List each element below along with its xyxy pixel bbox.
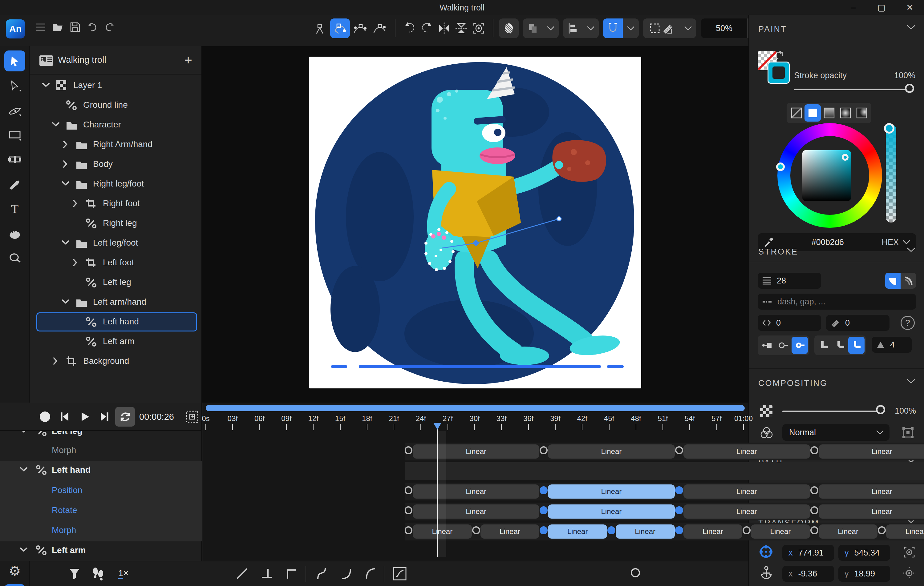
layer-tree-item-right-foot[interactable]: Right foot	[30, 194, 202, 214]
playhead-handle[interactable]	[433, 422, 442, 430]
save-icon[interactable]	[66, 18, 84, 36]
reset-pivot-icon[interactable]	[903, 566, 916, 580]
track-left-leg-morph-keyframe-3[interactable]	[810, 446, 818, 454]
dash-placeholder[interactable]: dash, gap, ...	[777, 297, 825, 306]
layer-tree-item-left-arm-hand[interactable]: Left arm/hand	[30, 292, 202, 312]
timeline-row-label-position[interactable]: Position	[52, 486, 82, 495]
alpha-handle[interactable]	[884, 123, 894, 133]
ease-hold-end-icon[interactable]	[257, 565, 276, 583]
track-left-hand-morph-tween-7[interactable]: Linear	[886, 524, 924, 538]
redo-icon[interactable]	[101, 18, 118, 36]
center-view-icon[interactable]	[470, 20, 487, 37]
stroke-offset-field[interactable]: 0	[758, 315, 821, 331]
compositing-opacity-slider[interactable]	[782, 411, 881, 412]
track-left-leg-morph-tween-0[interactable]: Linear	[413, 444, 539, 459]
anchor-y-field[interactable]: y 18.99	[838, 566, 890, 582]
playhead-line[interactable]	[437, 423, 438, 557]
skip-start-button[interactable]	[55, 407, 74, 426]
marquee-ruler-button[interactable]	[643, 18, 680, 38]
snap-magnet-button[interactable]	[603, 18, 623, 38]
filter-icon[interactable]	[65, 565, 84, 583]
align-chevron-icon[interactable]	[583, 18, 599, 38]
hex-value[interactable]: #00b2d6	[774, 238, 881, 247]
timeline-track-area[interactable]: 0s03f06f09f12f15f18f21f24f27f30f33f36f39…	[203, 403, 748, 561]
join-bevel-button[interactable]	[832, 337, 848, 354]
paint-solid-button[interactable]	[805, 104, 821, 122]
timeline-row-label-left-arm[interactable]: Left arm	[52, 545, 86, 555]
miter-limit-field[interactable]: 4	[872, 337, 912, 353]
layer-tree-item-left-leg-foot[interactable]: Left leg/foot	[30, 233, 202, 253]
timeline-row-label-left-hand[interactable]: Left hand	[52, 465, 91, 475]
track-left-hand-morph-keyframe-4[interactable]	[675, 526, 683, 534]
track-position-tween-2[interactable]: Linear	[683, 484, 810, 499]
paint-radial-gradient-button[interactable]	[837, 104, 853, 122]
layer-tree-item-right-leg-foot[interactable]: Right leg/foot	[30, 174, 202, 194]
timeline-row-label-morph[interactable]: Morph	[52, 525, 76, 535]
stroke-solid-button[interactable]	[885, 273, 901, 289]
track-left-leg-morph-tween-1[interactable]: Linear	[548, 444, 675, 459]
sv-handle[interactable]	[842, 154, 848, 161]
loop-button[interactable]	[115, 407, 135, 426]
ease-out-icon[interactable]	[361, 565, 380, 583]
layer-tree-item-background[interactable]: Background	[30, 351, 202, 371]
node-tool[interactable]	[310, 18, 330, 38]
track-position-tween-3[interactable]: Linear	[818, 484, 924, 499]
stroke-taper-button[interactable]	[901, 273, 916, 289]
track-left-hand-morph-keyframe-5[interactable]	[742, 526, 751, 534]
alpha-slider[interactable]	[886, 125, 896, 222]
snap-chevron-icon[interactable]	[623, 18, 639, 38]
hex-mode-label[interactable]: HEX	[881, 238, 899, 247]
fill-texture-button[interactable]	[499, 18, 519, 38]
chevron-down-icon[interactable]	[62, 181, 69, 187]
onion-skin-footprints-icon[interactable]	[89, 565, 107, 583]
join-round-button[interactable]	[848, 337, 865, 354]
brush-tool[interactable]	[4, 174, 25, 194]
stroke-opacity-slider[interactable]	[794, 89, 909, 90]
hand-tool[interactable]	[4, 223, 25, 244]
chevron-right-icon[interactable]	[73, 199, 78, 209]
zoom-level-value[interactable]: 50%	[701, 18, 747, 38]
minimize-button[interactable]: –	[846, 1, 860, 13]
marquee-chevron-icon[interactable]	[680, 18, 696, 38]
track-left-hand-morph-keyframe-3[interactable]	[607, 526, 615, 534]
rectangle-tool[interactable]	[4, 124, 25, 145]
artboard[interactable]	[309, 57, 641, 388]
layer-tree-item-layer-1[interactable]: Layer 1	[30, 76, 202, 95]
chevron-down-icon[interactable]	[20, 431, 28, 434]
chevron-down-icon[interactable]	[42, 82, 50, 89]
ease-custom-icon[interactable]	[391, 565, 409, 583]
track-rotate-keyframe-3[interactable]	[810, 506, 818, 514]
stroke-collapse-icon[interactable]	[906, 247, 916, 254]
timeline-scrollbar[interactable]	[206, 405, 745, 411]
stroke-width-field[interactable]: 28	[758, 273, 821, 289]
skip-end-button[interactable]	[94, 407, 114, 426]
stroke-width-value[interactable]: 28	[777, 276, 786, 286]
stroke-offset-value[interactable]: 0	[776, 318, 781, 328]
layer-tree-item-left-arm[interactable]: Left arm	[30, 332, 202, 351]
stroke-length-value[interactable]: 0	[845, 318, 850, 328]
timeline-zoom-handle[interactable]	[631, 568, 640, 578]
cap-round-button[interactable]	[775, 337, 792, 354]
remove-node-tool[interactable]	[370, 18, 389, 38]
chevron-right-icon[interactable]	[63, 140, 68, 150]
flip-horizontal-icon[interactable]	[436, 20, 453, 37]
track-rotate-keyframe-2[interactable]	[675, 506, 683, 514]
chevron-right-icon[interactable]	[53, 357, 58, 366]
anchor-x-value[interactable]: -9.36	[799, 569, 817, 579]
zoom-tool[interactable]	[4, 247, 25, 268]
cap-projecting-button[interactable]	[792, 337, 808, 354]
track-position-tween-1[interactable]: Linear	[548, 484, 675, 499]
track-rotate-tween-3[interactable]: Linear	[818, 504, 924, 519]
direct-selection-tool[interactable]	[4, 75, 25, 96]
compositing-collapse-icon[interactable]	[906, 379, 916, 385]
track-position-tween-0[interactable]: Linear	[413, 484, 539, 499]
track-position-keyframe-2[interactable]	[675, 486, 683, 494]
shape-mode-chevron-icon[interactable]	[543, 18, 559, 38]
track-left-hand-morph-tween-2[interactable]: Linear	[548, 524, 607, 538]
stage[interactable]	[202, 46, 748, 403]
playback-speed[interactable]: 1×	[118, 568, 129, 578]
ease-in-out-icon[interactable]	[312, 565, 331, 583]
ease-linear-icon[interactable]	[233, 565, 251, 583]
layer-tree-item-body[interactable]: Body	[30, 155, 202, 174]
track-rotate-tween-2[interactable]: Linear	[683, 504, 810, 519]
